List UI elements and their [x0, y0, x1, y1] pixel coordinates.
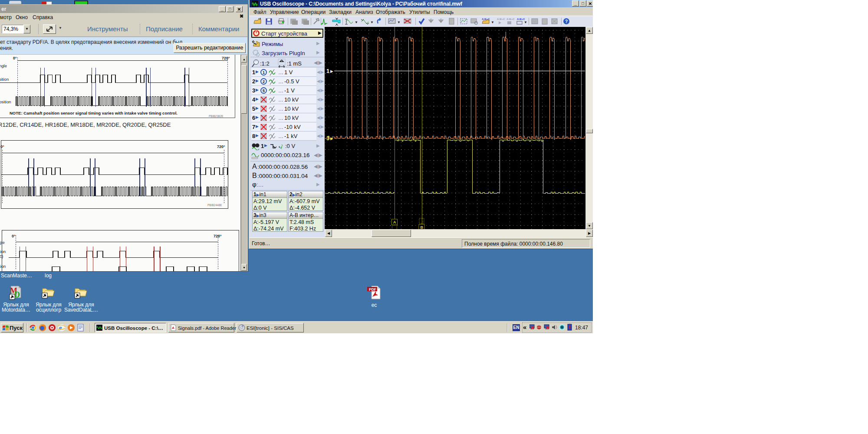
svg-text:720°: 720°: [214, 234, 222, 238]
svg-text:▼: ▼: [491, 20, 494, 24]
svg-text:720°: 720°: [222, 56, 230, 60]
svg-text:▼: ▼: [370, 20, 374, 24]
svg-text:PBIB2448E: PBIB2448E: [207, 204, 222, 207]
svg-text:ngle: ngle: [0, 63, 7, 68]
svg-text:A: A: [393, 220, 396, 224]
svg-text:gle: gle: [0, 240, 5, 245]
svg-text:tion: tion: [0, 264, 6, 269]
svg-text:A:B+C: A:B+C: [482, 18, 490, 20]
svg-text:2: 2: [263, 79, 265, 84]
svg-text:PBIB2382E: PBIB2382E: [209, 115, 224, 118]
svg-text:5: 5: [263, 89, 265, 93]
svg-text:720°: 720°: [217, 145, 225, 149]
svg-text:R12DE, CR14DE, HR16DE, MR18DE,: R12DE, CR14DE, HR16DE, MR18DE, MR20DE, Q…: [0, 122, 171, 128]
svg-text:0°: 0°: [0, 145, 4, 149]
svg-text:D: D: [14, 290, 20, 299]
svg-text:NOTE: Camshaft position sensor: NOTE: Camshaft position sensor signal ti…: [10, 111, 178, 115]
svg-text:tion: tion: [0, 249, 6, 254]
svg-text:1: 1: [263, 70, 265, 75]
svg-text:E): E): [0, 254, 3, 259]
svg-text:0°: 0°: [13, 56, 17, 60]
svg-text:▼: ▼: [397, 20, 401, 24]
svg-text:0°: 0°: [12, 234, 16, 238]
svg-text:►: ►: [329, 136, 334, 141]
svg-text:PDF: PDF: [369, 287, 376, 292]
svg-text:+: +: [278, 145, 280, 149]
svg-text:▼: ▼: [355, 20, 358, 24]
svg-text:►: ►: [329, 69, 334, 74]
svg-text:?: ?: [565, 19, 568, 24]
svg-text:A:B+C: A:B+C: [497, 18, 505, 20]
svg-text:sition: sition: [0, 77, 9, 82]
svg-text:osition: osition: [0, 99, 11, 104]
svg-text:A:B+C: A:B+C: [506, 18, 515, 20]
svg-text:B: B: [421, 225, 424, 230]
svg-text:▼: ▼: [524, 20, 527, 24]
